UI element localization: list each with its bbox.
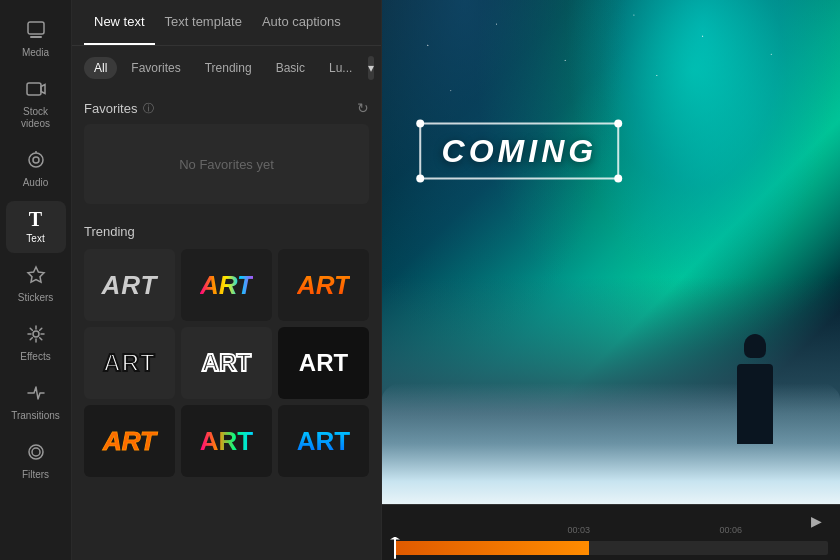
- text-style-item[interactable]: ART: [181, 405, 272, 477]
- stock-videos-icon: [26, 79, 46, 102]
- svg-point-3: [29, 153, 43, 167]
- svg-rect-0: [28, 22, 44, 34]
- sidebar: Media Stock videos Audio T Text: [0, 0, 72, 560]
- text-style-item[interactable]: ART: [84, 405, 175, 477]
- stickers-icon: [26, 265, 46, 288]
- favorites-title: Favorites ⓘ: [84, 101, 154, 116]
- style-label: ART: [202, 349, 251, 377]
- filter-lut[interactable]: Lu...: [319, 57, 362, 79]
- transitions-icon: [26, 383, 46, 406]
- sidebar-item-media[interactable]: Media: [6, 12, 66, 67]
- filter-all[interactable]: All: [84, 57, 117, 79]
- sidebar-item-label-audio: Audio: [23, 177, 49, 189]
- text-styles-grid: ART ART ART ART ART ART ART ART: [84, 249, 369, 477]
- sidebar-item-text[interactable]: T Text: [6, 201, 66, 253]
- timeline: ▶ 00:03 00:06: [382, 504, 840, 560]
- sidebar-item-label-stock: Stock videos: [12, 106, 60, 130]
- sidebar-item-transitions[interactable]: Transitions: [6, 375, 66, 430]
- time-marker-2: 00:06: [720, 525, 743, 535]
- right-section: COMING ▶ 00:03 00:06: [382, 0, 840, 560]
- time-marker-1: 00:03: [568, 525, 591, 535]
- sidebar-item-label-filters: Filters: [22, 469, 49, 481]
- sidebar-item-label-transitions: Transitions: [11, 410, 60, 422]
- play-button[interactable]: ▶: [804, 509, 828, 533]
- text-style-item[interactable]: ART: [278, 327, 369, 399]
- style-label: ART: [102, 270, 158, 301]
- style-label: ART: [297, 426, 350, 457]
- sidebar-item-stickers[interactable]: Stickers: [6, 257, 66, 312]
- timeline-controls: ▶: [382, 505, 840, 535]
- style-label: ART: [299, 349, 348, 377]
- audio-icon: [26, 150, 46, 173]
- timeline-ruler[interactable]: 00:03 00:06: [382, 535, 840, 560]
- svg-point-4: [33, 157, 39, 163]
- filter-basic[interactable]: Basic: [266, 57, 315, 79]
- person-silhouette: [725, 334, 785, 444]
- sidebar-item-label-text: Text: [26, 233, 44, 245]
- coming-text-overlay[interactable]: COMING: [420, 123, 620, 180]
- text-style-item[interactable]: ART: [278, 405, 369, 477]
- preview-background: COMING: [382, 0, 840, 504]
- sidebar-item-effects[interactable]: Effects: [6, 316, 66, 371]
- style-label: ART: [103, 349, 155, 377]
- svg-point-7: [29, 445, 43, 459]
- text-icon: T: [29, 209, 42, 229]
- text-style-item[interactable]: ART: [181, 327, 272, 399]
- svg-rect-2: [27, 83, 41, 95]
- text-style-item[interactable]: ART: [84, 327, 175, 399]
- filters-icon: [26, 442, 46, 465]
- sidebar-item-audio[interactable]: Audio: [6, 142, 66, 197]
- media-icon: [26, 20, 46, 43]
- style-label: ART: [200, 270, 253, 301]
- preview-area[interactable]: COMING: [382, 0, 840, 504]
- info-icon: ⓘ: [143, 101, 154, 116]
- sidebar-item-filters[interactable]: Filters: [6, 434, 66, 489]
- svg-point-6: [33, 331, 39, 337]
- sidebar-item-stock-videos[interactable]: Stock videos: [6, 71, 66, 138]
- text-style-item[interactable]: ART: [181, 249, 272, 321]
- tab-new-text[interactable]: New text: [84, 0, 155, 45]
- trending-section-header: Trending: [84, 216, 369, 249]
- tab-auto-captions[interactable]: Auto captions: [252, 0, 351, 45]
- effects-icon: [26, 324, 46, 347]
- text-style-item[interactable]: ART: [84, 249, 175, 321]
- filter-favorites[interactable]: Favorites: [121, 57, 190, 79]
- timeline-playhead: [394, 537, 396, 559]
- timeline-clip: [394, 541, 589, 555]
- timeline-bar: 00:03 00:06: [394, 541, 828, 555]
- text-panel: New text Text template Auto captions All…: [72, 0, 382, 560]
- svg-point-8: [32, 448, 40, 456]
- panel-tabs: New text Text template Auto captions: [72, 0, 381, 46]
- svg-rect-1: [30, 36, 42, 38]
- tab-text-template[interactable]: Text template: [155, 0, 252, 45]
- coming-word: COMING: [442, 133, 598, 169]
- favorites-section-header: Favorites ⓘ ↻: [84, 90, 369, 124]
- panel-content: Favorites ⓘ ↻ No Favorites yet Trending …: [72, 90, 381, 560]
- sidebar-item-label-effects: Effects: [20, 351, 50, 363]
- favorites-empty-state: No Favorites yet: [84, 124, 369, 204]
- style-label: ART: [103, 426, 156, 457]
- text-style-item[interactable]: ART: [278, 249, 369, 321]
- refresh-favorites-button[interactable]: ↻: [357, 100, 369, 116]
- filter-more-button[interactable]: ▾: [368, 56, 374, 80]
- style-label: ART: [200, 426, 253, 457]
- sidebar-item-label-media: Media: [22, 47, 49, 59]
- coming-text-box: COMING: [420, 123, 620, 180]
- style-label: ART: [297, 270, 350, 301]
- sidebar-item-label-stickers: Stickers: [18, 292, 54, 304]
- filter-trending[interactable]: Trending: [195, 57, 262, 79]
- filter-row: All Favorites Trending Basic Lu... ▾: [72, 46, 381, 90]
